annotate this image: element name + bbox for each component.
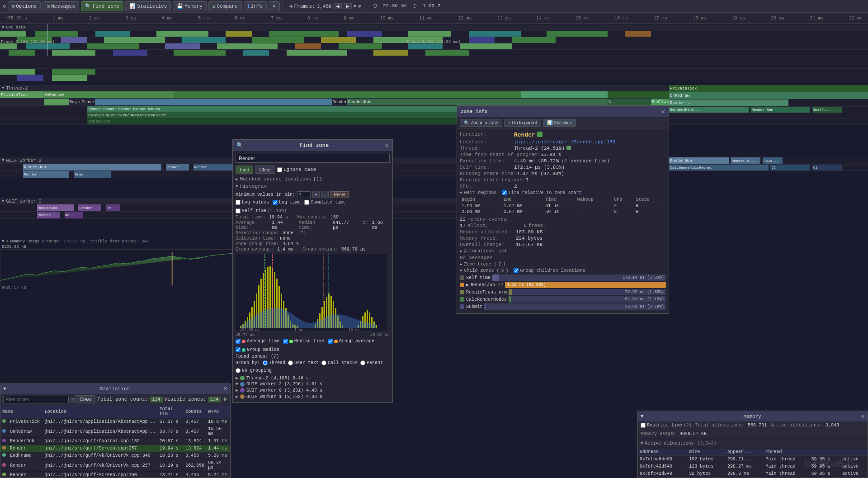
thread-radio[interactable]: [263, 360, 268, 365]
avg-legend[interactable]: Average time: [236, 339, 279, 344]
group-median-legend[interactable]: Group median: [236, 347, 279, 352]
self-time-check-label[interactable]: Self time (1.16%): [236, 208, 287, 213]
median-checkbox[interactable]: [283, 339, 288, 344]
stats-row-5[interactable]: Render jni/../jni/src/guff/vk/DriverVk.c…: [0, 459, 230, 472]
time-relative-checkbox[interactable]: [502, 190, 507, 195]
col-total-time[interactable]: Total tim: [158, 405, 184, 418]
search-input[interactable]: [236, 154, 390, 163]
go-to-parent-btn[interactable]: ↑ Go to parent: [504, 119, 541, 127]
avg-checkbox[interactable]: [236, 339, 241, 344]
group-children-checkbox[interactable]: [514, 268, 519, 273]
histogram-header[interactable]: ▼ Histogram: [236, 184, 390, 189]
hist-plus-btn[interactable]: +: [312, 191, 320, 198]
no-grouping-radio[interactable]: [236, 368, 241, 373]
target-icon[interactable]: ⊕: [358, 3, 361, 9]
group-avg-legend[interactable]: Group average: [328, 339, 374, 344]
compare-button[interactable]: ⚖ Compare: [208, 1, 242, 11]
log-values-checkbox[interactable]: [236, 200, 241, 205]
cumulate-time-label[interactable]: Cumulate time: [304, 200, 346, 205]
tick-20: 20 ms: [771, 16, 784, 21]
cumulate-time-checkbox[interactable]: [304, 200, 309, 205]
stats-row-2[interactable]: RenderJob jni/../jni/src/guff/Control.cp…: [0, 438, 230, 445]
call-stacks-radio[interactable]: [321, 360, 326, 365]
parent-radio[interactable]: [360, 360, 365, 365]
guif2-collapse-icon: ▼: [2, 158, 4, 163]
col-location[interactable]: Location: [43, 405, 158, 418]
self-time-checkbox[interactable]: [236, 208, 241, 213]
frames-dropdown-icon[interactable]: ▼: [354, 4, 357, 9]
avg-time-val: 1.44 ms: [272, 220, 290, 230]
mem-row-2[interactable]: 0x7dfc42d840 32 bytes 298.3 ms Main thre…: [638, 470, 868, 478]
user-text-radio[interactable]: [288, 360, 293, 365]
col-mtpc[interactable]: MTPC: [206, 405, 230, 418]
col-counts[interactable]: Counts: [184, 405, 206, 418]
hist-minus-btn[interactable]: -: [321, 191, 329, 198]
child-zones-toggle[interactable]: ▼ Child zones (5) Group children locatio…: [460, 268, 666, 273]
memory-expand-icon[interactable]: ▼: [2, 239, 4, 244]
median-legend[interactable]: Median time: [283, 339, 324, 344]
stats-table-scroll[interactable]: Name Location Total tim Counts MTPC Priv…: [0, 405, 230, 478]
log-values-label[interactable]: Log values: [236, 200, 269, 205]
ignore-case-checkbox[interactable]: [277, 167, 282, 172]
group-no-grouping[interactable]: No grouping: [236, 368, 272, 373]
group-thread[interactable]: Thread: [263, 360, 285, 365]
log-time-checkbox[interactable]: [273, 200, 278, 205]
messages-button[interactable]: ✉ Messages: [42, 1, 79, 11]
col-name[interactable]: Name: [0, 405, 43, 418]
expand-icon-3[interactable]: ▶: [236, 394, 238, 399]
stats-row-4[interactable]: EndFrame jni/../jni/src/guff/vk/DriverVk…: [0, 452, 230, 459]
self-time-val: 172.14 μs (3.83%): [514, 165, 565, 170]
expand-icon-2[interactable]: ▶: [236, 388, 238, 393]
statistics-button[interactable]: 📊 Statistics: [125, 1, 171, 11]
zoom-to-zone-btn[interactable]: 🔍 Zoom to zone: [460, 119, 502, 127]
options-button[interactable]: ⚙ Options: [8, 1, 41, 11]
location-label: Location:: [460, 139, 514, 145]
group-median-checkbox[interactable]: [236, 347, 241, 352]
zone-trace-toggle[interactable]: ▶ Zone trace (2): [460, 262, 666, 267]
restrict-time-checkbox[interactable]: [641, 423, 646, 428]
tick-15: 15 ms: [576, 16, 589, 21]
memory-close-btn[interactable]: ✕: [861, 412, 865, 420]
thread2-collapse-icon: ▼: [2, 86, 4, 90]
min-values-input[interactable]: [297, 191, 311, 198]
group-children-label[interactable]: Group children locations: [514, 268, 585, 273]
zone-info-close-btn[interactable]: ✕: [661, 108, 665, 115]
group-parent[interactable]: Parent: [360, 360, 383, 365]
found-zones-list: ▶ Thread-2 (4,105) 6.46 s ▼ GUIF worker …: [236, 375, 390, 400]
render-job-expand[interactable]: ▶: [466, 282, 469, 288]
time-relative-label[interactable]: Time relative to zone start: [502, 190, 581, 195]
log-time-label[interactable]: Log time: [273, 200, 301, 205]
active-alloc-toggle[interactable]: ▼ Active allocations (3,043): [638, 440, 868, 447]
group-call-stacks[interactable]: Call stacks: [321, 360, 358, 365]
reset-button[interactable]: Reset: [330, 191, 349, 198]
clear-button[interactable]: Clear: [255, 166, 275, 174]
expand-icon-1[interactable]: ▼: [236, 382, 238, 387]
matched-source-header[interactable]: ▶ Matched source locations (1): [236, 176, 390, 182]
find-button[interactable]: Find: [236, 166, 253, 174]
wait-regions-toggle[interactable]: ▼ Wait regions Time relative to zone sta…: [460, 190, 666, 195]
restrict-time-label[interactable]: Restrict time (?): [641, 423, 692, 428]
memory-chart-svg: [0, 250, 235, 285]
stats-row-1[interactable]: OnRedraw jni/../jni/src/application/Abst…: [0, 426, 230, 438]
find-zone-close-btn[interactable]: ✕: [385, 142, 389, 149]
statistics-panel-btn[interactable]: 📊 Statistics: [543, 119, 576, 127]
close-button[interactable]: ✕: [269, 1, 280, 11]
ignore-case-label[interactable]: Ignore case: [277, 166, 316, 174]
stats-row-0[interactable]: PrivateTick jni/../jni/src/application/A…: [0, 418, 230, 426]
frames-next-btn[interactable]: ▶: [344, 3, 352, 9]
filter-input[interactable]: [3, 396, 69, 403]
frames-prev-btn[interactable]: ◀: [334, 3, 342, 9]
stats-clear-btn[interactable]: Clear: [75, 395, 95, 403]
stats-row-6[interactable]: Render jni/../jni/src/guff/Screen.cpp:15…: [0, 472, 230, 478]
find-zone-button[interactable]: 🔍 Find zone: [81, 1, 123, 11]
stats-close-btn[interactable]: ×: [224, 385, 227, 393]
info-button[interactable]: ℹ Info: [244, 1, 267, 11]
alloc-list-toggle[interactable]: ▶ Allocations list: [460, 249, 666, 254]
cpu-header[interactable]: ▼ CPU data: [0, 24, 868, 31]
wait-0-wakeup: -: [576, 203, 613, 209]
expand-icon-0[interactable]: ▶: [236, 375, 238, 381]
group-avg-checkbox[interactable]: [328, 339, 333, 344]
memory-button[interactable]: 💾 Memory: [173, 1, 207, 11]
stats-row-3[interactable]: Render jni/../jni/src/guff/Screen.cpp:25…: [0, 445, 230, 452]
group-user-text[interactable]: User text: [288, 360, 319, 365]
